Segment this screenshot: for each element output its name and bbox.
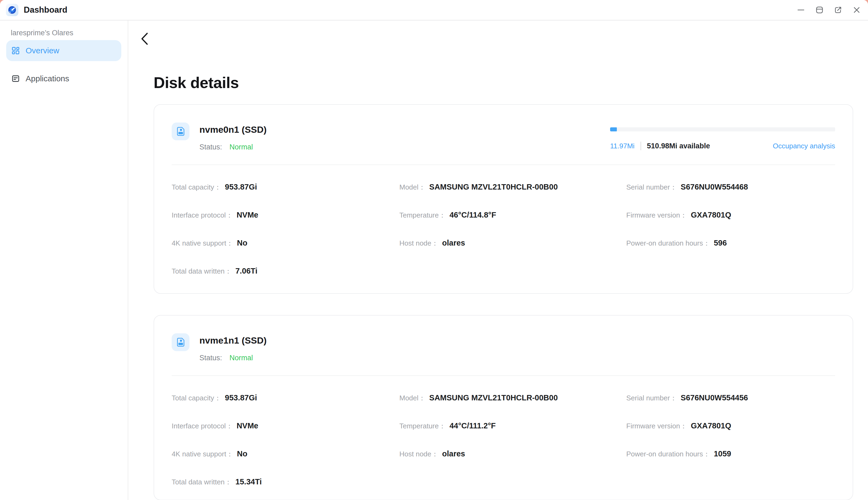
minimize-icon (797, 6, 805, 14)
disk-usage: 11.97Mi 510.98Mi available Occupancy ana… (610, 127, 835, 150)
field-4k-native-support: 4K native support：No (172, 450, 399, 459)
window-controls (797, 6, 868, 14)
overview-grid-icon (12, 47, 20, 55)
main-content: Disk details nvme0n1 (SSD) (128, 21, 868, 500)
field-interface-protocol: Interface protocol：NVMe (172, 421, 399, 431)
field-firmware-version: Firmware version：GXA7801Q (626, 211, 835, 220)
workspace-label: laresprime’s Olares (11, 28, 128, 37)
speedometer-icon (7, 4, 18, 15)
disk-detail-grid: Total capacity：953.87Gi Model：SAMSUNG MZ… (172, 376, 835, 496)
applications-icon (12, 75, 20, 83)
field-interface-protocol: Interface protocol：NVMe (172, 211, 399, 220)
app-window: Dashboard (0, 0, 868, 500)
field-temperature: Temperature：44°C/111.2°F (399, 421, 626, 431)
field-host-node: Host node：olares (399, 239, 626, 248)
olares-dashboard-logo (6, 4, 18, 16)
field-power-on-hours: Power-on duration hours：1059 (626, 450, 835, 459)
usage-separator (641, 141, 641, 150)
occupancy-analysis-link[interactable]: Occupancy analysis (773, 142, 835, 150)
disk-card-header: nvme1n1 (SSD) Status: Normal (172, 333, 835, 375)
status-label: Status: (199, 354, 222, 362)
usage-progress-fill (610, 127, 617, 132)
field-power-on-hours: Power-on duration hours：596 (626, 239, 835, 248)
open-in-new-icon (834, 6, 842, 14)
status-badge: Normal (230, 143, 253, 151)
field-host-node: Host node：olares (399, 450, 626, 459)
field-model: Model：SAMSUNG MZVL21T0HCLR-00B00 (399, 183, 626, 192)
close-icon (853, 6, 860, 14)
maximize-button[interactable] (815, 6, 824, 14)
open-in-new-button[interactable] (834, 6, 842, 14)
usage-progress-bar (610, 127, 835, 132)
chevron-left-icon (141, 32, 148, 45)
sidebar: laresprime’s Olares Overview (0, 21, 128, 500)
maximize-icon (816, 6, 823, 14)
field-serial-number: Serial number：S676NU0W554468 (626, 183, 835, 192)
field-4k-native-support: 4K native support：No (172, 239, 399, 248)
field-serial-number: Serial number：S676NU0W554456 (626, 394, 835, 403)
field-temperature: Temperature：46°C/114.8°F (399, 211, 626, 220)
sd-card-icon (176, 126, 186, 137)
minimize-button[interactable] (797, 6, 805, 14)
usage-available-value: 510.98Mi available (647, 142, 710, 150)
field-model: Model：SAMSUNG MZVL21T0HCLR-00B00 (399, 394, 626, 403)
field-total-data-written: Total data written：7.06Ti (172, 266, 399, 276)
sidebar-item-label: Applications (26, 74, 69, 83)
disk-detail-grid: Total capacity：953.87Gi Model：SAMSUNG MZ… (172, 165, 835, 285)
sidebar-item-applications[interactable]: Applications (6, 68, 121, 89)
ssd-disk-icon (172, 333, 189, 351)
sidebar-item-overview[interactable]: Overview (6, 40, 121, 61)
field-total-data-written: Total data written：15.34Ti (172, 477, 399, 487)
disk-card-nvme1n1: nvme1n1 (SSD) Status: Normal Total capac… (154, 315, 853, 500)
page-title: Disk details (154, 74, 853, 91)
status-badge: Normal (230, 354, 253, 362)
disk-name: nvme0n1 (SSD) (199, 124, 267, 135)
close-button[interactable] (853, 6, 861, 14)
ssd-disk-icon (172, 123, 189, 140)
disk-card-header: nvme0n1 (SSD) Status: Normal 11.97 (172, 123, 835, 164)
back-button[interactable] (141, 32, 153, 45)
field-firmware-version: Firmware version：GXA7801Q (626, 421, 835, 431)
field-total-capacity: Total capacity：953.87Gi (172, 394, 399, 403)
status-label: Status: (199, 143, 222, 151)
disk-name: nvme1n1 (SSD) (199, 334, 267, 346)
field-total-capacity: Total capacity：953.87Gi (172, 183, 399, 192)
window-title: Dashboard (24, 5, 67, 15)
sidebar-item-label: Overview (26, 46, 59, 55)
titlebar: Dashboard (0, 0, 868, 21)
sd-card-icon (176, 337, 186, 347)
disk-card-nvme0n1: nvme0n1 (SSD) Status: Normal 11.97 (154, 104, 853, 294)
usage-used-value: 11.97Mi (610, 142, 635, 150)
